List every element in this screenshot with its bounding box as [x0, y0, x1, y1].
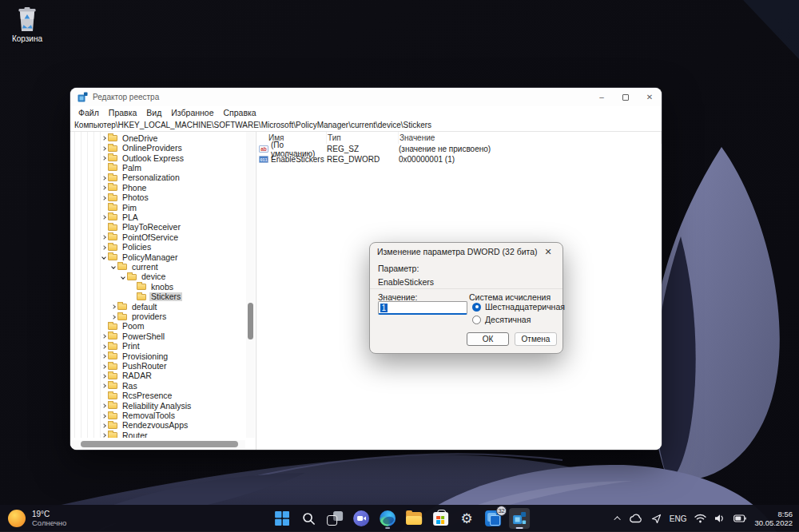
- column-header-value[interactable]: Значение: [399, 132, 662, 144]
- tree-item[interactable]: Personalization: [70, 173, 245, 183]
- edge-button[interactable]: [377, 508, 398, 529]
- tree-expand-chevron-icon[interactable]: [109, 265, 117, 268]
- weather-widget[interactable]: 19°C Солнечно: [8, 505, 66, 532]
- tree-item[interactable]: PLA: [70, 212, 245, 222]
- tree-item[interactable]: RcsPresence: [70, 391, 245, 401]
- registry-editor-taskbar-button[interactable]: [509, 508, 530, 529]
- tree-expand-chevron-icon[interactable]: [99, 147, 108, 150]
- menu-item[interactable]: Справка: [219, 108, 261, 117]
- recycle-bin[interactable]: Корзина: [5, 5, 50, 43]
- tree-item[interactable]: RADAR: [70, 371, 245, 381]
- store-button[interactable]: [430, 508, 451, 529]
- tree-expand-chevron-icon[interactable]: [99, 216, 108, 219]
- tree-item[interactable]: Pim: [70, 203, 245, 212]
- tree-item[interactable]: OnlineProviders: [70, 143, 245, 153]
- tree-item[interactable]: RemovalTools: [70, 411, 245, 420]
- file-explorer-button[interactable]: [403, 508, 424, 529]
- value-row[interactable]: ab(По умолчанию)REG_SZ(значение не присв…: [256, 144, 662, 154]
- tree-item[interactable]: default: [70, 302, 245, 312]
- tree-item[interactable]: current: [70, 262, 245, 272]
- tree-expand-chevron-icon[interactable]: [99, 157, 108, 160]
- tree-expand-chevron-icon[interactable]: [99, 186, 108, 189]
- onedrive-cloud-icon[interactable]: [629, 514, 643, 523]
- radio-unchecked-icon[interactable]: [472, 316, 481, 324]
- tree-item[interactable]: Router: [70, 431, 245, 438]
- tree-expand-chevron-icon[interactable]: [99, 236, 108, 239]
- tree-item[interactable]: Palm: [70, 163, 245, 173]
- menu-item[interactable]: Правка: [104, 108, 141, 117]
- tree-expand-chevron-icon[interactable]: [99, 137, 108, 140]
- task-view-button[interactable]: [324, 508, 345, 529]
- tree-expand-chevron-icon[interactable]: [99, 384, 108, 387]
- tree-expand-chevron-icon[interactable]: [99, 365, 108, 368]
- tree-item[interactable]: Policies: [70, 242, 245, 252]
- settings-button[interactable]: ⚙: [456, 508, 477, 529]
- tree-item[interactable]: Reliability Analysis: [70, 401, 245, 411]
- tree-expand-chevron-icon[interactable]: [99, 335, 108, 338]
- value-row[interactable]: 011EnableStickersREG_DWORD0x00000001 (1): [256, 154, 662, 165]
- dialog-close-button[interactable]: ✕: [541, 247, 555, 257]
- tree-item[interactable]: Poom: [70, 322, 245, 332]
- ok-button[interactable]: ОК: [467, 332, 509, 346]
- tree-item[interactable]: PointOfService: [70, 232, 245, 242]
- tree-item[interactable]: OneDrive: [70, 133, 245, 143]
- value-input[interactable]: 1: [378, 301, 467, 315]
- wifi-icon[interactable]: [694, 514, 706, 523]
- search-button[interactable]: [298, 508, 319, 529]
- tray-overflow-chevron-icon[interactable]: [614, 516, 620, 522]
- tree-item[interactable]: PolicyManager: [70, 252, 245, 262]
- radix-option[interactable]: Шестнадцатеричная: [472, 302, 565, 312]
- tree-item[interactable]: RendezvousApps: [70, 421, 245, 431]
- menu-item[interactable]: Вид: [141, 108, 166, 117]
- close-button[interactable]: ✕: [638, 88, 662, 106]
- tree-vertical-scrollbar[interactable]: [246, 132, 255, 438]
- vertical-scroll-thumb[interactable]: [248, 303, 253, 339]
- tree-item[interactable]: Print: [70, 342, 245, 351]
- tree-item[interactable]: PushRouter: [70, 361, 245, 371]
- window-titlebar[interactable]: Редактор реестра – ✕: [70, 88, 662, 106]
- radio-checked-icon[interactable]: [472, 303, 481, 312]
- radix-option[interactable]: Десятичная: [472, 315, 531, 324]
- tree-expand-chevron-icon[interactable]: [99, 404, 108, 407]
- cancel-button[interactable]: Отмена: [515, 332, 557, 346]
- menu-item[interactable]: Файл: [74, 108, 104, 117]
- tree-item[interactable]: Phone: [70, 183, 245, 193]
- tree-expand-chevron-icon[interactable]: [109, 316, 117, 319]
- language-indicator[interactable]: ENG: [670, 514, 687, 523]
- minimize-button[interactable]: –: [590, 88, 614, 106]
- tree-item[interactable]: Photos: [70, 193, 245, 202]
- tree-item[interactable]: Provisioning: [70, 351, 245, 361]
- horizontal-scroll-thumb[interactable]: [81, 441, 238, 447]
- chat-button[interactable]: [351, 508, 372, 529]
- volume-icon[interactable]: [714, 514, 725, 523]
- tree-expand-chevron-icon[interactable]: [99, 246, 108, 249]
- tree-expand-chevron-icon[interactable]: [109, 305, 117, 308]
- tree-item[interactable]: knobs: [70, 282, 245, 292]
- mail-button[interactable]: 32: [483, 508, 503, 529]
- maximize-button[interactable]: [614, 88, 638, 106]
- tree-item[interactable]: Stickers: [70, 292, 245, 302]
- tree-expand-chevron-icon[interactable]: [99, 424, 108, 427]
- tree-expand-chevron-icon[interactable]: [99, 197, 108, 200]
- tree-expand-chevron-icon[interactable]: [99, 434, 108, 437]
- start-button[interactable]: [272, 508, 292, 529]
- tree-expand-chevron-icon[interactable]: [99, 355, 108, 358]
- tree-expand-chevron-icon[interactable]: [99, 256, 108, 259]
- tree-expand-chevron-icon[interactable]: [118, 276, 127, 279]
- tree-expand-chevron-icon[interactable]: [99, 177, 108, 180]
- dialog-titlebar[interactable]: Изменение параметра DWORD (32 бита) ✕: [370, 243, 562, 260]
- battery-icon[interactable]: [733, 514, 746, 522]
- tree-expand-chevron-icon[interactable]: [99, 415, 108, 418]
- tree-item[interactable]: PlayToReceiver: [70, 223, 245, 232]
- clock[interactable]: 8:56 30.05.2022: [754, 510, 793, 528]
- tree-item[interactable]: device: [70, 272, 245, 282]
- menu-item[interactable]: Избранное: [166, 108, 218, 117]
- tree-expand-chevron-icon[interactable]: [99, 345, 108, 348]
- column-header-type[interactable]: Тип: [327, 132, 399, 144]
- address-bar[interactable]: Компьютер\HKEY_LOCAL_MACHINE\SOFTWARE\Mi…: [70, 119, 662, 132]
- tree-item[interactable]: Ras: [70, 381, 245, 391]
- tree-item[interactable]: providers: [70, 312, 245, 321]
- tree-item[interactable]: PowerShell: [70, 332, 245, 341]
- tree-horizontal-scrollbar[interactable]: [70, 440, 245, 448]
- tree-item[interactable]: Outlook Express: [70, 153, 245, 163]
